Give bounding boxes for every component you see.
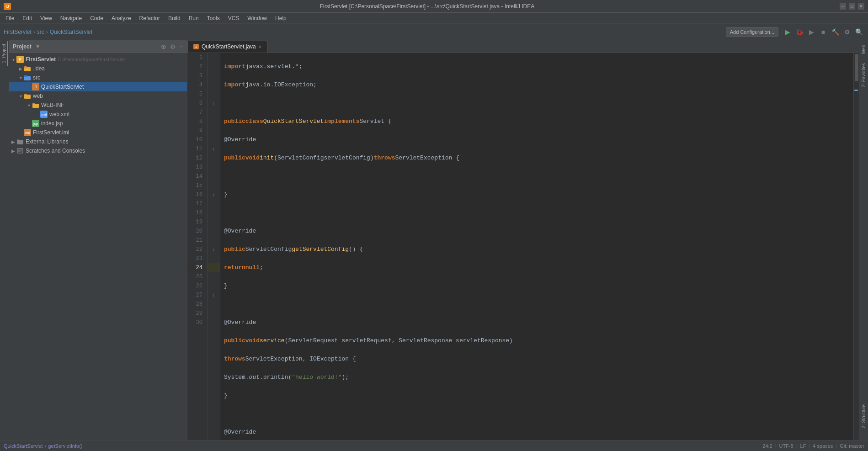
margin-16[interactable]: ↑ [208, 190, 220, 199]
tree-item-scratches[interactable]: ▶ Scratches and Consoles [9, 146, 187, 155]
favorites-panel-button[interactable]: 2: Favorites [860, 60, 867, 90]
menu-item-navigate[interactable]: Navigate [57, 14, 85, 22]
tree-item-web[interactable]: ▾ web [9, 91, 187, 101]
breadcrumb-quickstart[interactable]: QuickStartServlet [50, 29, 92, 35]
stop-button[interactable]: ■ [818, 27, 829, 37]
margin-26 [208, 281, 220, 291]
override-icon-22[interactable]: ↑ [213, 247, 215, 252]
menu-item-build[interactable]: Build [165, 14, 184, 22]
extlibs-expand-icon: ▶ [10, 139, 16, 144]
warning-indicator [854, 90, 858, 91]
margin-6[interactable]: ↑ [208, 99, 220, 108]
menu-item-vcs[interactable]: VCS [224, 14, 243, 22]
project-panel: Project ▼ ⊕ ⚙ − ▾ P FirstServlet C:\Pers… [9, 40, 187, 440]
code-line-13: } [224, 281, 853, 291]
src-expand-icon: ▾ [17, 75, 24, 80]
gutter-line-4: 4 [187, 80, 205, 90]
margin-11[interactable]: ↑ [208, 144, 220, 154]
tree-item-external-libs[interactable]: ▶ External Libraries [9, 137, 187, 146]
gutter-line-20: 20 [187, 227, 205, 236]
close-button[interactable]: × [858, 3, 864, 10]
project-collapse-icon[interactable]: − [180, 43, 183, 50]
code-line-3 [224, 99, 853, 108]
idea-label: .idea [33, 65, 45, 72]
margin-22[interactable]: ↑ [208, 245, 220, 254]
project-tool-button[interactable]: 1: Project [0, 41, 8, 66]
tree-item-src[interactable]: ▾ src [9, 73, 187, 82]
override-icon-6[interactable]: ↑ [213, 101, 215, 106]
sdk-button[interactable]: ⚙ [841, 27, 852, 37]
editor-tab-quickstart[interactable]: J QuickStartServlet.java × [187, 41, 267, 53]
menu-item-help[interactable]: Help [272, 14, 290, 22]
add-configuration-button[interactable]: Add Configuration... [726, 27, 778, 37]
tree-item-idea[interactable]: ▶ .idea [9, 64, 187, 73]
override-icon-16[interactable]: ↑ [213, 192, 215, 197]
project-dropdown-icon[interactable]: ▼ [35, 43, 41, 50]
scroll-thumb[interactable] [855, 54, 858, 81]
override-icon-27[interactable]: ↑ [213, 293, 215, 298]
tree-item-indexjsp[interactable]: ▶ jsp index.jsp [9, 119, 187, 128]
gutter-line-11: 11 [187, 144, 205, 154]
gutter-margin: ↑ ↑ ↑ [208, 53, 220, 440]
webinf-label: WEB-INF [41, 102, 64, 108]
menu-item-edit[interactable]: Edit [19, 14, 36, 22]
tab-close-icon[interactable]: × [259, 44, 261, 49]
gutter-line-3: 3 [187, 71, 205, 80]
tree-item-webinf[interactable]: ▾ WEB-INF [9, 101, 187, 110]
svg-rect-2 [24, 76, 31, 80]
gutter-line-17: 17 [187, 199, 205, 208]
web-panel-button[interactable]: Web [860, 42, 867, 57]
margin-29 [208, 309, 220, 318]
margin-20 [208, 227, 220, 236]
menu-item-run[interactable]: Run [185, 14, 202, 22]
status-method[interactable]: getServletInfo() [48, 443, 82, 449]
tree-item-firstservletiml[interactable]: ▶ iml FirstServlet.iml [9, 128, 187, 137]
project-scope-icon[interactable]: ⊕ [161, 43, 166, 50]
run-button[interactable]: ▶ [782, 27, 793, 37]
menu-item-refactor[interactable]: Refactor [136, 14, 164, 22]
gutter-line-7: 7 [187, 108, 205, 117]
svg-rect-0 [24, 67, 31, 71]
gutter-line-30: 30 [187, 318, 205, 327]
code-content[interactable]: import javax.servlet.*; import java.io.I… [220, 53, 853, 440]
tree-item-webxml[interactable]: ▶ xml web.xml [9, 110, 187, 119]
menu-item-view[interactable]: View [37, 14, 56, 22]
breadcrumb-firstservlet[interactable]: FirstServlet [4, 29, 32, 35]
menu-item-window[interactable]: Window [244, 14, 271, 22]
webinf-folder-icon [32, 101, 39, 109]
svg-rect-8 [17, 140, 23, 144]
menu-item-file[interactable]: File [2, 14, 18, 22]
gutter-line-18: 18 [187, 208, 205, 218]
maximize-button[interactable]: □ [849, 3, 855, 10]
margin-3 [208, 71, 220, 80]
menu-item-analyze[interactable]: Analyze [108, 14, 135, 22]
structure-panel-button[interactable]: 2: Structure [860, 402, 867, 431]
debug-button[interactable]: 🐞 [794, 27, 805, 37]
scratches-expand-icon: ▶ [10, 149, 16, 154]
status-class[interactable]: QuickStartServlet [4, 443, 43, 449]
gutter-line-2: 2 [187, 62, 205, 71]
tree-item-root[interactable]: ▾ P FirstServlet C:\PersonalSpace\FirstS… [9, 55, 187, 64]
tree-item-quickstartservlet[interactable]: ▶ J QuickStartServlet [9, 82, 187, 91]
margin-27[interactable]: ↑ [208, 291, 220, 300]
gutter-line-28: 28 [187, 300, 205, 309]
gutter-line-21: 21 [187, 236, 205, 245]
menu-item-code[interactable]: Code [86, 14, 107, 22]
search-button[interactable]: 🔍 [853, 27, 864, 37]
gutter-line-5: 5 [187, 90, 205, 99]
override-icon-11[interactable]: ↑ [213, 147, 215, 152]
run-coverage-button[interactable]: ▶ [806, 27, 817, 37]
breadcrumb-src[interactable]: src [37, 29, 44, 35]
margin-12 [208, 154, 220, 163]
menu-item-tools[interactable]: Tools [203, 14, 224, 22]
code-editor[interactable]: 1 2 3 4 5 6 7 8 9 10 11 12 13 14 15 16 1 [187, 53, 859, 440]
status-line-sep[interactable]: LF [800, 443, 806, 449]
status-encoding[interactable]: UTF-8 [779, 443, 793, 449]
project-settings-icon[interactable]: ⚙ [170, 43, 176, 50]
minimize-button[interactable]: ─ [840, 3, 846, 10]
build-button[interactable]: 🔨 [830, 27, 841, 37]
webinf-expand-icon: ▾ [26, 103, 32, 108]
indexjsp-label: index.jsp [41, 120, 63, 127]
servlet-expand-icon: ▶ [26, 85, 32, 90]
web-expand-icon: ▾ [17, 94, 24, 99]
